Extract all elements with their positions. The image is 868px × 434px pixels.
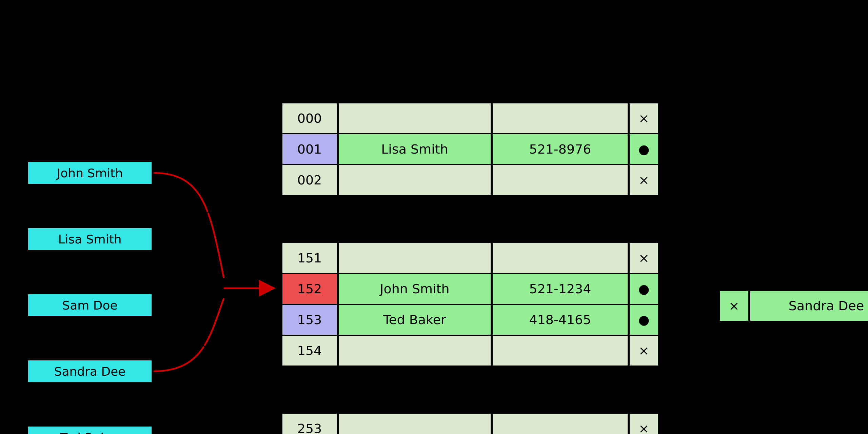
bucket-row: 002 ×	[281, 164, 671, 196]
key-item: John Smith	[27, 161, 153, 185]
bucket-phone: 521-1234	[492, 273, 629, 305]
overflow-arrow	[664, 289, 715, 305]
bucket-index: 154	[281, 335, 338, 367]
bucket-index: 253	[281, 413, 338, 434]
bucket-index: 000	[281, 102, 338, 134]
key-item: Sandra Dee	[27, 359, 153, 383]
bucket-name	[338, 102, 492, 134]
bucket-name: Ted Baker	[338, 304, 492, 336]
key-label: Lisa Smith	[58, 232, 121, 246]
buckets-header: buckets	[448, 51, 501, 65]
hash-arrow	[154, 173, 224, 278]
bucket-flag-icon: ×	[629, 242, 659, 274]
bucket-flag-icon: ●	[629, 304, 659, 336]
bucket-index: 002	[281, 164, 338, 196]
overflow-name: Sandra Dee	[749, 290, 868, 322]
key-item: Ted Baker	[27, 426, 153, 434]
bucket-phone	[492, 413, 629, 434]
overflow-flag-icon: ×	[719, 290, 749, 322]
bucket-row: 001 Lisa Smith 521-8976 ●	[281, 133, 671, 165]
key-label: John Smith	[57, 166, 123, 180]
bucket-index: 153	[281, 304, 338, 336]
bucket-row: 152 John Smith 521-1234 ●	[281, 273, 671, 305]
bucket-phone: 521-8976	[492, 133, 629, 165]
diagram-stage: { "headers": { "keys": "keys", "buckets"…	[0, 0, 868, 434]
bucket-row: 154 ×	[281, 335, 671, 367]
bucket-row: 000 ×	[281, 102, 671, 134]
bucket-index: 152	[281, 273, 338, 305]
key-item: Sam Doe	[27, 293, 153, 317]
bucket-name	[338, 164, 492, 196]
bucket-phone	[492, 102, 629, 134]
key-label: Ted Baker	[60, 431, 120, 434]
bucket-phone	[492, 164, 629, 196]
bucket-index: 151	[281, 242, 338, 274]
bucket-name: John Smith	[338, 273, 492, 305]
overflow-header: overflow entries	[729, 51, 841, 65]
bucket-row: 151 ×	[281, 242, 671, 274]
bucket-flag-icon: ×	[629, 335, 659, 367]
ellipsis-icon	[465, 375, 475, 404]
hash-arrow	[154, 305, 274, 434]
bucket-phone: 418-4165	[492, 304, 629, 336]
bucket-flag-icon: ●	[629, 273, 659, 305]
bucket-phone	[492, 242, 629, 274]
ellipsis-icon	[465, 205, 475, 233]
bucket-name: Lisa Smith	[338, 133, 492, 165]
hash-arrow	[154, 151, 274, 239]
bucket-name	[338, 242, 492, 274]
bucket-flag-icon: ●	[629, 133, 659, 165]
bucket-phone	[492, 335, 629, 367]
key-label: Sandra Dee	[54, 364, 126, 378]
bucket-index: 001	[281, 133, 338, 165]
bucket-flag-icon: ×	[629, 102, 659, 134]
bucket-row: 253 ×	[281, 413, 671, 434]
bucket-flag-icon: ×	[629, 413, 659, 434]
bucket-name	[338, 413, 492, 434]
hash-arrow	[154, 298, 224, 371]
keys-header: keys	[75, 51, 106, 65]
bucket-row: 153 Ted Baker 418-4165 ●	[281, 304, 671, 336]
bucket-name	[338, 335, 492, 367]
key-label: Sam Doe	[62, 298, 117, 312]
hash-arrow	[154, 320, 274, 434]
bucket-flag-icon: ×	[629, 164, 659, 196]
key-item: Lisa Smith	[27, 227, 153, 251]
overflow-row: × Sandra Dee 521-9655	[719, 290, 868, 322]
